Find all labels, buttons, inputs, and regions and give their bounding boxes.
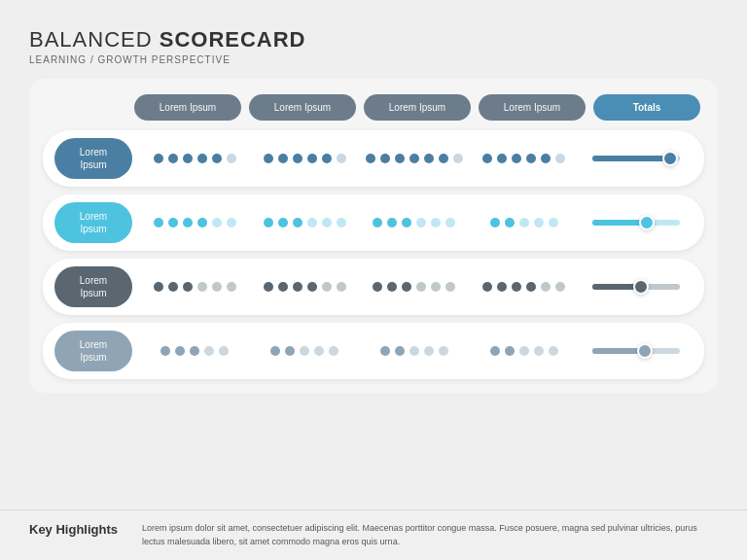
- dot: [175, 346, 185, 356]
- dot: [534, 218, 544, 228]
- dot: [270, 346, 280, 356]
- dot: [168, 218, 178, 228]
- slider-2[interactable]: [592, 220, 680, 226]
- dot: [293, 154, 302, 163]
- header-col-1: Lorem Ipsum: [134, 94, 241, 121]
- dot: [285, 346, 295, 356]
- dot: [168, 282, 178, 292]
- dot: [337, 282, 346, 292]
- footer: Key Highlights Lorem ipsum dolor sit ame…: [0, 509, 747, 560]
- dot: [264, 218, 273, 228]
- dot: [497, 282, 507, 292]
- dot: [541, 282, 551, 292]
- dot: [337, 154, 346, 163]
- dot: [314, 346, 324, 356]
- dot: [512, 282, 521, 292]
- dot: [322, 154, 332, 163]
- dots-cell-4-2: [250, 346, 360, 356]
- dots-cell-2-2: [250, 218, 360, 228]
- dot: [278, 218, 288, 228]
- slider-fill: [592, 348, 643, 354]
- dots-cell-1-3: [360, 154, 470, 163]
- dot: [416, 282, 426, 292]
- dot: [431, 282, 441, 292]
- dot: [424, 346, 434, 356]
- footer-text: Lorem ipsum dolor sit amet, consectetuer…: [142, 522, 718, 548]
- header-totals: Totals: [593, 94, 700, 121]
- dot: [534, 346, 544, 356]
- dots-cell-4-3: [360, 346, 470, 356]
- dot: [505, 218, 515, 228]
- footer-title: Key Highlights: [29, 522, 126, 537]
- dot: [337, 218, 346, 228]
- dot: [212, 282, 222, 292]
- dot: [526, 154, 536, 163]
- dot: [380, 346, 390, 356]
- slider-4[interactable]: [592, 348, 680, 354]
- dot: [329, 346, 338, 356]
- dot: [497, 154, 507, 163]
- table-row: LoremIpsum: [43, 259, 704, 315]
- dot: [416, 218, 426, 228]
- dot: [519, 218, 529, 228]
- dot: [293, 218, 302, 228]
- slider-cell-1: [579, 156, 693, 161]
- dot: [482, 154, 492, 163]
- dot: [154, 282, 163, 292]
- main-container: BALANCED SCORECARD LEARNING / GROWTH PER…: [0, 0, 747, 560]
- dot: [264, 282, 273, 292]
- slider-fill: [592, 156, 668, 161]
- dot: [482, 282, 492, 292]
- dot: [490, 346, 500, 356]
- dot: [541, 154, 551, 163]
- dot: [431, 218, 441, 228]
- page-title: BALANCED SCORECARD: [29, 27, 718, 52]
- dot: [322, 218, 332, 228]
- slider-1[interactable]: [592, 156, 680, 161]
- dot: [154, 218, 163, 228]
- dot: [555, 282, 565, 292]
- dot: [168, 154, 178, 163]
- row-label-2: LoremIpsum: [54, 202, 132, 243]
- dot: [490, 218, 500, 228]
- table-row: LoremIpsum: [43, 323, 704, 379]
- slider-thumb[interactable]: [639, 215, 655, 230]
- dot: [387, 218, 397, 228]
- dot: [445, 218, 455, 228]
- dots-cell-3-3: [360, 282, 470, 292]
- dot: [526, 282, 536, 292]
- dot: [183, 154, 193, 163]
- row-label-4: LoremIpsum: [54, 331, 132, 371]
- dot: [387, 282, 397, 292]
- dot: [549, 218, 558, 228]
- dot: [453, 154, 463, 163]
- header-row: Lorem Ipsum Lorem Ipsum Lorem Ipsum Lore…: [43, 94, 704, 121]
- dot: [227, 218, 236, 228]
- slider-thumb[interactable]: [637, 343, 653, 359]
- dot: [219, 346, 229, 356]
- row-label-3: LoremIpsum: [54, 266, 132, 307]
- dot: [300, 346, 309, 356]
- dots-cell-3-2: [250, 282, 360, 292]
- slider-fill: [592, 284, 639, 290]
- data-rows: LoremIpsum: [43, 130, 704, 379]
- dot: [395, 346, 405, 356]
- dots-cell-1-2: [250, 154, 360, 163]
- dot: [307, 218, 317, 228]
- dot: [227, 282, 236, 292]
- dot: [366, 154, 375, 163]
- dots-cell-4-1: [140, 346, 250, 356]
- header-col-2: Lorem Ipsum: [249, 94, 356, 121]
- slider-thumb[interactable]: [633, 279, 649, 295]
- dot: [183, 218, 193, 228]
- dot: [439, 346, 448, 356]
- dot: [373, 218, 382, 228]
- table-row: LoremIpsum: [43, 130, 704, 187]
- dot: [512, 154, 521, 163]
- row-label-1: LoremIpsum: [54, 138, 132, 179]
- slider-3[interactable]: [592, 284, 680, 290]
- table-row: LoremIpsum: [43, 194, 704, 251]
- header-col-4: Lorem Ipsum: [479, 94, 586, 121]
- title-section: BALANCED SCORECARD LEARNING / GROWTH PER…: [29, 27, 718, 65]
- slider-thumb[interactable]: [662, 151, 678, 166]
